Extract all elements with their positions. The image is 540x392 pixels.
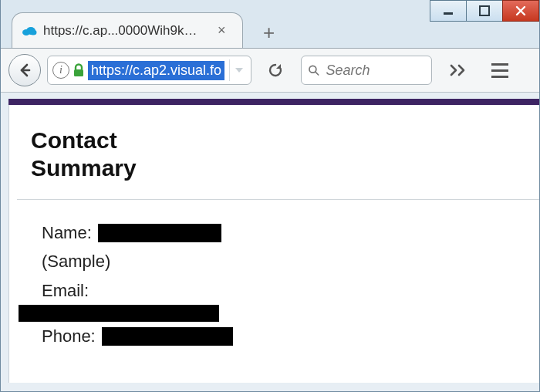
toolbar-overflow-button[interactable] (443, 56, 474, 85)
svg-rect-1 (480, 6, 489, 15)
window-controls (430, 0, 539, 23)
email-label: Email: (42, 276, 89, 305)
name-suffix-row: (Sample) (42, 247, 539, 275)
name-label: Name: (42, 218, 92, 247)
email-value-redacted (19, 305, 219, 322)
svg-line-8 (316, 72, 319, 75)
reload-button[interactable] (262, 57, 289, 83)
site-info-icon[interactable]: i (52, 62, 69, 79)
contact-details: Name: (Sample) Email: Phone: (9, 218, 539, 351)
hamburger-icon (491, 63, 508, 78)
page-body: Contact Summary Name: (Sample) Email: Ph… (8, 105, 539, 383)
content-area: Contact Summary Name: (Sample) Email: Ph… (1, 93, 539, 391)
svg-point-4 (30, 29, 37, 35)
phone-label: Phone: (42, 322, 96, 350)
name-suffix: (Sample) (42, 247, 110, 275)
close-window-button[interactable] (502, 0, 539, 22)
new-tab-button[interactable]: + (257, 18, 281, 48)
hamburger-menu-button[interactable] (484, 56, 515, 85)
email-value-row (19, 305, 539, 322)
name-value-redacted (98, 224, 221, 242)
lock-icon (73, 63, 85, 77)
chevrons-right-icon (449, 63, 467, 77)
tab-close-button[interactable]: × (214, 21, 229, 40)
arrow-left-icon (17, 63, 32, 78)
salesforce-cloud-icon (22, 25, 37, 36)
phone-row: Phone: (42, 322, 539, 350)
name-row: Name: (42, 218, 539, 247)
page-title-text: Contact Summary (31, 127, 185, 182)
accent-bar (8, 99, 539, 105)
reload-icon (267, 62, 284, 79)
search-bar[interactable] (301, 56, 432, 85)
svg-rect-6 (74, 69, 83, 76)
back-button[interactable] (8, 54, 41, 86)
divider (17, 199, 539, 200)
email-row: Email: (42, 276, 539, 305)
url-text: https://c.ap2.visual.fo (88, 61, 224, 80)
search-icon (308, 63, 319, 77)
phone-value-redacted (102, 327, 233, 346)
url-dropdown-button[interactable] (229, 59, 248, 81)
maximize-icon (479, 5, 490, 16)
close-icon (515, 5, 527, 17)
search-input[interactable] (324, 62, 425, 79)
address-bar[interactable]: i https://c.ap2.visual.fo (47, 56, 251, 85)
browser-tab[interactable]: https://c.ap...0000Wih9kAAB × (12, 12, 243, 48)
browser-toolbar: i https://c.ap2.visual.fo (1, 48, 539, 93)
tab-title: https://c.ap...0000Wih9kAAB (43, 23, 205, 39)
svg-rect-0 (444, 12, 453, 15)
page-title: Contact Summary (9, 105, 539, 194)
maximize-button[interactable] (466, 0, 503, 22)
minimize-button[interactable] (430, 0, 467, 22)
chevron-down-icon (235, 66, 244, 74)
minimize-icon (443, 5, 454, 16)
